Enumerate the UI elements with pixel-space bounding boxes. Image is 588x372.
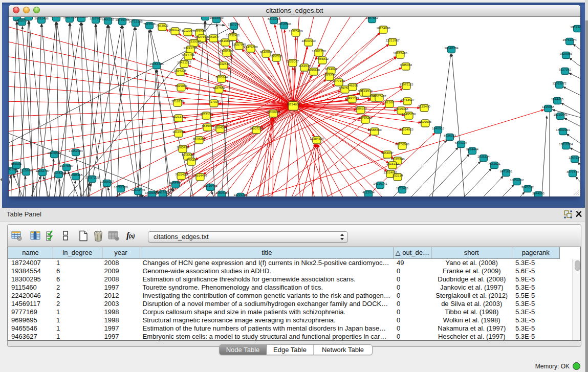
svg-text:9384067: 9384067: [381, 151, 394, 155]
svg-text:20691406: 20691406: [34, 17, 49, 20]
svg-text:8660124: 8660124: [169, 28, 182, 31]
svg-text:9242848: 9242848: [217, 62, 230, 65]
svg-text:7663822: 7663822: [156, 24, 169, 27]
svg-text:352214: 352214: [393, 173, 403, 177]
svg-text:9115460: 9115460: [418, 104, 430, 108]
svg-text:7357274: 7357274: [228, 23, 241, 26]
svg-text:9146821: 9146821: [260, 50, 273, 54]
svg-text:19384554: 19384554: [310, 137, 324, 140]
svg-text:9474444: 9474444: [466, 147, 479, 151]
svg-text:10210643: 10210643: [553, 113, 568, 116]
svg-text:7955812: 7955812: [316, 57, 329, 60]
svg-text:12505115: 12505115: [69, 173, 83, 177]
svg-text:16961758: 16961758: [312, 49, 326, 53]
svg-text:1267534: 1267534: [569, 156, 580, 159]
svg-text:12093872: 12093872: [552, 81, 567, 85]
svg-text:7485063: 7485063: [400, 63, 412, 67]
svg-text:62160: 62160: [385, 100, 394, 104]
svg-text:1733426: 1733426: [396, 186, 409, 190]
svg-text:9327503: 9327503: [195, 35, 208, 38]
svg-text:1244415: 1244415: [551, 97, 564, 101]
svg-text:1916682: 1916682: [182, 153, 194, 157]
svg-text:9217207: 9217207: [50, 17, 63, 18]
svg-text:10807487: 10807487: [372, 94, 386, 98]
svg-text:7515526: 7515526: [143, 22, 156, 26]
svg-text:1215958: 1215958: [542, 105, 555, 108]
svg-text:4112034: 4112034: [362, 190, 375, 194]
svg-text:6457765: 6457765: [182, 53, 195, 56]
svg-text:18724007: 18724007: [286, 102, 300, 106]
svg-text:12213967: 12213967: [385, 38, 400, 42]
svg-text:9699695: 9699695: [419, 120, 432, 123]
svg-text:19384554: 19384554: [213, 125, 227, 129]
svg-text:1985498: 1985498: [177, 145, 189, 149]
svg-text:10025458: 10025458: [394, 107, 408, 111]
svg-text:7986322: 7986322: [355, 106, 367, 110]
svg-text:7625402: 7625402: [175, 172, 188, 176]
svg-text:1221331: 1221331: [172, 115, 185, 118]
svg-text:1115682: 1115682: [20, 168, 32, 172]
svg-text:1180510: 1180510: [215, 191, 228, 194]
svg-text:8029889: 8029889: [175, 84, 188, 87]
svg-text:3124514: 3124514: [360, 89, 373, 93]
svg-text:20364456: 20364456: [345, 96, 359, 99]
svg-text:5322037: 5322037: [287, 59, 299, 63]
svg-text:16033809: 16033809: [209, 17, 224, 19]
svg-text:17957225: 17957225: [85, 176, 99, 179]
svg-text:18640910: 18640910: [301, 39, 316, 42]
svg-text:19463627: 19463627: [400, 98, 415, 101]
svg-text:1610755: 1610755: [172, 130, 185, 134]
svg-text:20053346: 20053346: [149, 62, 164, 65]
svg-text:25300243: 25300243: [266, 110, 280, 114]
svg-text:15716485: 15716485: [203, 184, 217, 187]
svg-text:12942737: 12942737: [35, 169, 50, 172]
svg-text:10120746: 10120746: [390, 157, 405, 161]
svg-text:14136141: 14136141: [373, 182, 387, 185]
svg-text:553594: 553594: [202, 124, 213, 127]
svg-text:9227342: 9227342: [559, 68, 572, 71]
svg-text:2718176: 2718176: [171, 99, 184, 103]
svg-text:114519: 114519: [54, 171, 64, 174]
svg-text:8427552: 8427552: [213, 86, 226, 90]
svg-text:15692991: 15692991: [556, 128, 570, 132]
svg-text:1327602: 1327602: [90, 17, 102, 20]
svg-text:13732411: 13732411: [226, 33, 240, 37]
svg-text:13975115: 13975115: [399, 82, 413, 86]
svg-text:3267130: 3267130: [200, 112, 213, 116]
svg-text:1615132: 1615132: [386, 162, 399, 165]
svg-text:8938923: 8938923: [444, 134, 456, 137]
svg-text:10973493: 10973493: [393, 51, 407, 55]
svg-text:12416912: 12416912: [156, 190, 170, 194]
svg-text:417004: 417004: [209, 100, 220, 103]
svg-text:5322605: 5322605: [193, 29, 206, 33]
svg-text:12323446: 12323446: [131, 188, 145, 191]
svg-text:746266: 746266: [347, 83, 358, 87]
svg-text:20206556: 20206556: [47, 151, 61, 155]
svg-text:10648784: 10648784: [444, 46, 459, 50]
svg-text:8813014: 8813014: [268, 17, 280, 20]
svg-text:1405572: 1405572: [11, 17, 24, 17]
svg-text:2887682: 2887682: [366, 17, 379, 19]
svg-text:17016504: 17016504: [559, 142, 573, 146]
svg-text:13654923: 13654923: [399, 127, 413, 131]
svg-text:10958127: 10958127: [100, 180, 114, 183]
svg-text:16713155: 16713155: [128, 19, 143, 23]
svg-text:13421212: 13421212: [177, 60, 191, 64]
svg-text:19523409: 19523409: [570, 25, 580, 29]
svg-text:13241736: 13241736: [183, 46, 198, 50]
svg-text:13495756: 13495756: [402, 112, 416, 116]
svg-text:16782759: 16782759: [114, 185, 128, 189]
svg-text:8912954: 8912954: [182, 29, 194, 32]
svg-text:16154808: 16154808: [376, 26, 390, 30]
svg-text:3644095: 3644095: [532, 191, 545, 195]
svg-text:10654112: 10654112: [510, 178, 524, 182]
svg-text:10653267: 10653267: [74, 17, 89, 18]
svg-text:6482877: 6482877: [207, 35, 220, 38]
svg-text:10375857: 10375857: [59, 164, 74, 167]
svg-text:12294238: 12294238: [233, 193, 248, 196]
svg-text:1621072: 1621072: [323, 73, 336, 77]
svg-text:2803144: 2803144: [215, 75, 228, 79]
svg-text:9457791: 9457791: [169, 181, 182, 185]
svg-text:18807269: 18807269: [249, 126, 264, 130]
svg-text:19688132: 19688132: [220, 49, 234, 53]
